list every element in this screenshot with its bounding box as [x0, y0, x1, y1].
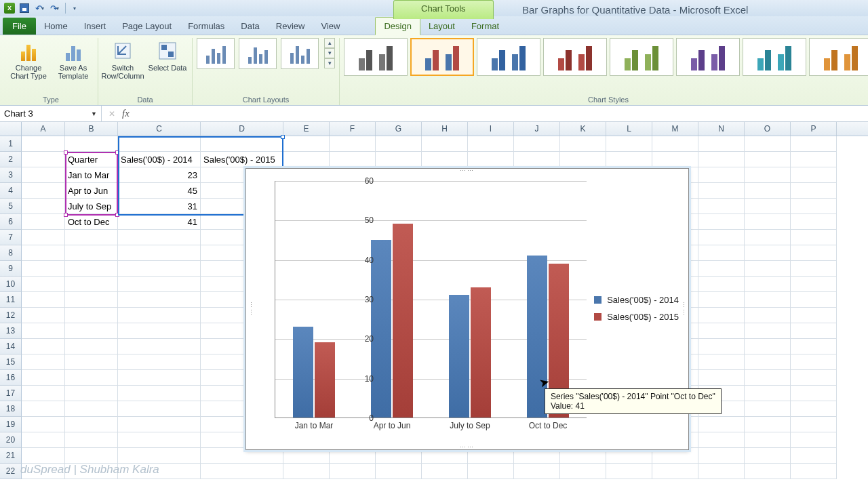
- row-header-13[interactable]: 13: [0, 323, 22, 339]
- cell-B3[interactable]: Jan to Mar: [65, 167, 118, 183]
- cell-N21[interactable]: [698, 448, 745, 464]
- cell-G21[interactable]: [376, 448, 422, 464]
- cell-P18[interactable]: [791, 401, 837, 417]
- cell-H1[interactable]: [422, 136, 468, 152]
- col-header-M[interactable]: M: [652, 122, 698, 136]
- chart-legend[interactable]: Sales('00$) - 2014Sales('00$) - 2015: [594, 295, 679, 329]
- legend-item[interactable]: Sales('00$) - 2015: [594, 312, 679, 322]
- cell-P10[interactable]: [791, 277, 837, 292]
- cell-N19[interactable]: [698, 417, 745, 432]
- row-header-5[interactable]: 5: [0, 199, 22, 214]
- select-all-corner[interactable]: [0, 122, 22, 136]
- cell-L2[interactable]: [606, 152, 652, 167]
- row-header-15[interactable]: 15: [0, 354, 22, 370]
- cell-A5[interactable]: [22, 199, 65, 214]
- row-header-22[interactable]: 22: [0, 464, 22, 479]
- cell-P4[interactable]: [791, 183, 837, 199]
- row-header-4[interactable]: 4: [0, 183, 22, 199]
- cell-N2[interactable]: [698, 152, 745, 167]
- cell-K2[interactable]: [560, 152, 606, 167]
- tab-page-layout[interactable]: Page Layout: [114, 18, 180, 35]
- chart-style-2[interactable]: [410, 38, 474, 76]
- cell-L1[interactable]: [606, 136, 652, 152]
- cell-E21[interactable]: [283, 448, 330, 464]
- col-header-K[interactable]: K: [560, 122, 606, 136]
- cell-N15[interactable]: [698, 354, 745, 370]
- cell-C2[interactable]: Sales('00$) - 2014: [118, 152, 201, 167]
- cell-B13[interactable]: [65, 323, 118, 339]
- cell-M21[interactable]: [652, 448, 698, 464]
- cell-G1[interactable]: [376, 136, 422, 152]
- tab-formulas[interactable]: Formulas: [180, 18, 233, 35]
- cell-G2[interactable]: [376, 152, 422, 167]
- change-chart-type-button[interactable]: Change Chart Type: [8, 38, 49, 80]
- cell-C14[interactable]: [118, 339, 201, 354]
- cell-A6[interactable]: [22, 214, 65, 230]
- cell-P3[interactable]: [791, 167, 837, 183]
- cell-P20[interactable]: [791, 432, 837, 448]
- cell-B12[interactable]: [65, 308, 118, 323]
- cell-B14[interactable]: [65, 339, 118, 354]
- cell-P14[interactable]: [791, 339, 837, 354]
- cell-A1[interactable]: [22, 136, 65, 152]
- cell-K1[interactable]: [560, 136, 606, 152]
- cell-C10[interactable]: [118, 277, 201, 292]
- cell-J21[interactable]: [514, 448, 560, 464]
- row-header-6[interactable]: 6: [0, 214, 22, 230]
- cell-B19[interactable]: [65, 417, 118, 432]
- bar-Sales-00-2014-1[interactable]: [371, 240, 391, 418]
- chart-style-7[interactable]: [743, 38, 806, 76]
- cell-E2[interactable]: [283, 152, 330, 167]
- cell-F1[interactable]: [330, 136, 376, 152]
- col-header-J[interactable]: J: [514, 122, 560, 136]
- chart-layout-3[interactable]: [281, 38, 319, 69]
- col-header-F[interactable]: F: [330, 122, 376, 136]
- cell-N13[interactable]: [698, 323, 745, 339]
- cell-O16[interactable]: [745, 370, 791, 386]
- cell-P5[interactable]: [791, 199, 837, 214]
- cancel-formula-icon[interactable]: ✕: [108, 109, 115, 119]
- bar-Sales-00-2014-0[interactable]: [293, 327, 313, 418]
- row-header-9[interactable]: 9: [0, 261, 22, 277]
- row-header-16[interactable]: 16: [0, 370, 22, 386]
- cell-O14[interactable]: [745, 339, 791, 354]
- cell-O7[interactable]: [745, 230, 791, 245]
- chart-style-1[interactable]: [344, 38, 408, 76]
- cell-P8[interactable]: [791, 245, 837, 261]
- cell-A3[interactable]: [22, 167, 65, 183]
- name-box-input[interactable]: [4, 108, 72, 119]
- cell-C20[interactable]: [118, 432, 201, 448]
- cell-A13[interactable]: [22, 323, 65, 339]
- cell-C19[interactable]: [118, 417, 201, 432]
- cell-C8[interactable]: [118, 245, 201, 261]
- switch-row-column-button[interactable]: Switch Row/Column: [102, 38, 143, 80]
- cell-N4[interactable]: [698, 183, 745, 199]
- cell-C1[interactable]: [118, 136, 201, 152]
- cell-A7[interactable]: [22, 230, 65, 245]
- cell-L22[interactable]: [606, 464, 652, 479]
- undo-button[interactable]: ↶▾: [33, 1, 46, 15]
- tab-view[interactable]: View: [313, 18, 348, 35]
- cell-P16[interactable]: [791, 370, 837, 386]
- cell-A4[interactable]: [22, 183, 65, 199]
- cell-B9[interactable]: [65, 261, 118, 277]
- save-button[interactable]: [18, 1, 31, 15]
- cell-I1[interactable]: [468, 136, 514, 152]
- cell-K21[interactable]: [560, 448, 606, 464]
- chart-style-4[interactable]: [543, 38, 607, 76]
- cell-B20[interactable]: [65, 432, 118, 448]
- row-header-19[interactable]: 19: [0, 417, 22, 432]
- cell-B17[interactable]: [65, 386, 118, 401]
- cell-C18[interactable]: [118, 401, 201, 417]
- col-header-B[interactable]: B: [65, 122, 118, 136]
- cell-N16[interactable]: [698, 370, 745, 386]
- cell-N8[interactable]: [698, 245, 745, 261]
- cell-P6[interactable]: [791, 214, 837, 230]
- cell-A17[interactable]: [22, 386, 65, 401]
- cell-N6[interactable]: [698, 214, 745, 230]
- chart-handle-left[interactable]: ⋯⋯: [248, 302, 254, 317]
- chart-handle-bottom[interactable]: ⋯⋯: [460, 444, 475, 451]
- chart-style-6[interactable]: [676, 38, 740, 76]
- cell-F22[interactable]: [330, 464, 376, 479]
- chart-style-5[interactable]: [610, 38, 673, 76]
